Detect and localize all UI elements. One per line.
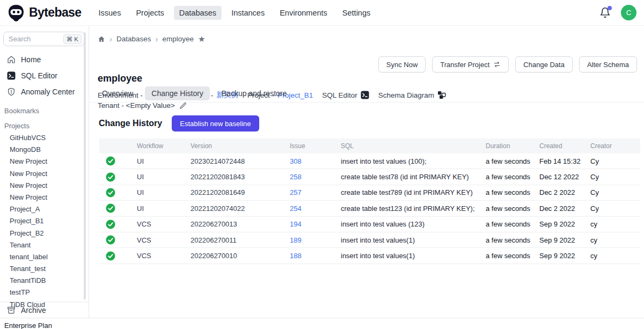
version-cell: 20221202081649 (191, 188, 290, 196)
page-title: employee (98, 73, 142, 84)
change-data-button[interactable]: Change Data (515, 56, 573, 72)
sql-cell: insert into test values(1) (341, 252, 486, 260)
issue-cell: 189 (290, 236, 341, 244)
table-row[interactable]: UI 20221202074022 254 create table test1… (99, 201, 640, 216)
sidebar-project-item[interactable]: tenant_label (0, 251, 89, 263)
sql-cell: create table test789 (id int PRIMARY KEY… (341, 188, 486, 196)
bytebase-logo[interactable]: Bytebase (8, 4, 81, 21)
workflow-cell: UI (137, 157, 191, 165)
home-icon (7, 55, 16, 64)
table-row[interactable]: UI 20221202081843 258 create table test7… (99, 169, 640, 185)
sidebar-scrollbar[interactable] (84, 32, 86, 299)
transfer-project-button[interactable]: Transfer Project (432, 56, 509, 72)
sidebar-project-item[interactable]: New Project (0, 192, 89, 203)
issue-link[interactable]: 258 (290, 173, 302, 181)
sidebar-project-item[interactable]: New Project (0, 180, 89, 192)
topnav-item[interactable]: Settings (337, 6, 376, 20)
creator-cell: Cy (590, 173, 640, 181)
sidebar-project-item[interactable]: New Project (0, 156, 89, 167)
plan-label[interactable]: Enterprise Plan (4, 321, 52, 329)
schema-diagram-label: Schema Diagram (378, 91, 434, 99)
breadcrumb-databases[interactable]: Databases (116, 35, 151, 43)
issue-link[interactable]: 257 (290, 188, 302, 196)
sql-cell: insert into test values (100); (341, 157, 486, 165)
version-cell: 20221202081843 (191, 173, 290, 181)
version-cell: 202206270010 (191, 252, 290, 260)
table-header-row: Workflow Version Issue SQL Duration Crea… (99, 138, 640, 153)
sidebar-project-item[interactable]: New Project (0, 168, 89, 180)
status-cell (99, 251, 137, 261)
sidebar-item-label: Anomaly Center (21, 87, 75, 96)
change-data-label: Change Data (523, 61, 565, 69)
tab[interactable]: Overview (96, 86, 140, 100)
duration-cell: a few seconds (486, 157, 539, 165)
sidebar-search[interactable]: ⌘ K (3, 32, 84, 46)
table-row[interactable]: UI 20230214072448 308 insert into test v… (99, 153, 640, 169)
sidebar-item-sql-editor[interactable]: SQL Editor (0, 68, 89, 84)
column-header: Workflow (137, 142, 191, 150)
sidebar-project-item[interactable]: Project_B1 (0, 215, 89, 227)
notification-bell-button[interactable] (599, 7, 611, 19)
search-input[interactable] (9, 35, 55, 43)
status-cell (99, 172, 137, 182)
favorite-star-icon[interactable]: ★ (198, 35, 205, 43)
page-actions: Sync Now Transfer Project Change Data Al… (378, 56, 637, 72)
topnav-item[interactable]: Environments (274, 6, 333, 20)
issue-cell: 188 (290, 252, 341, 260)
sidebar-project-item[interactable]: Project_A (0, 203, 89, 215)
topnav-item[interactable]: Databases (174, 6, 222, 20)
success-check-icon (106, 203, 115, 213)
issue-link[interactable]: 188 (290, 252, 302, 260)
shield-icon (7, 87, 16, 96)
workflow-cell: VCS (137, 252, 191, 260)
breadcrumb-home-icon[interactable] (98, 35, 105, 43)
sync-now-button[interactable]: Sync Now (378, 56, 426, 72)
meta-sql-editor[interactable]: SQL Editor (322, 91, 369, 99)
created-cell: Dec 2 2022 (539, 204, 590, 213)
sidebar-item-home[interactable]: Home (0, 52, 89, 68)
table-row[interactable]: VCS 202206270010 188 insert into test va… (99, 248, 640, 264)
version-cell: 20230214072448 (191, 157, 290, 165)
creator-cell: cy (590, 252, 640, 260)
sidebar-item-label: Archive (21, 306, 46, 315)
sidebar-item-archive[interactable]: Archive (0, 302, 89, 318)
sidebar-project-item[interactable]: TenantTiDB (0, 275, 89, 287)
table-row[interactable]: VCS 202206270013 194 insert into test va… (99, 217, 640, 232)
workflow-cell: UI (137, 204, 191, 213)
topnav-item[interactable]: Projects (130, 6, 169, 20)
issue-cell: 194 (290, 220, 341, 228)
tab[interactable]: Backup and restore (215, 86, 293, 100)
sidebar-project-item[interactable]: GitHubVCS (0, 132, 89, 144)
issue-link[interactable]: 254 (290, 204, 302, 213)
alter-schema-button[interactable]: Alter Schema (579, 56, 637, 72)
sidebar-project-item[interactable]: Tenant_test (0, 263, 89, 275)
success-check-icon (106, 156, 115, 166)
edit-pencil-icon[interactable] (179, 102, 187, 109)
issue-link[interactable]: 194 (290, 220, 302, 228)
sidebar-project-item[interactable]: Project_B2 (0, 228, 89, 239)
column-header: Duration (486, 142, 539, 150)
establish-baseline-button[interactable]: Establish new baseline (172, 115, 259, 131)
meta-schema-diagram[interactable]: Schema Diagram (378, 91, 446, 99)
issue-link[interactable]: 308 (290, 157, 302, 165)
issue-cell: 308 (290, 157, 341, 165)
topnav-item[interactable]: Issues (93, 6, 126, 20)
sql-cell: insert into test values (123) (341, 220, 486, 228)
sidebar-item-anomaly-center[interactable]: Anomaly Center (0, 84, 89, 100)
archive-icon (7, 306, 16, 315)
tab[interactable]: Change History (145, 86, 210, 100)
breadcrumb-separator: › (156, 34, 158, 43)
sidebar-project-item[interactable]: MongoDB (0, 144, 89, 156)
topnav-item[interactable]: Instances (226, 6, 270, 20)
terminal-icon (361, 91, 369, 99)
sidebar-item-label: SQL Editor (21, 71, 57, 80)
table-row[interactable]: UI 20221202081649 257 create table test7… (99, 185, 640, 201)
status-cell (99, 203, 137, 213)
issue-link[interactable]: 189 (290, 236, 302, 244)
user-avatar[interactable]: C (621, 5, 636, 20)
breadcrumb-employee[interactable]: employee (163, 35, 194, 43)
sidebar-project-item[interactable]: Tenant (0, 239, 89, 251)
version-cell: 202206270011 (191, 236, 290, 244)
table-row[interactable]: VCS 202206270011 189 insert into test va… (99, 232, 640, 248)
sidebar-project-item[interactable]: testTP (0, 287, 89, 298)
